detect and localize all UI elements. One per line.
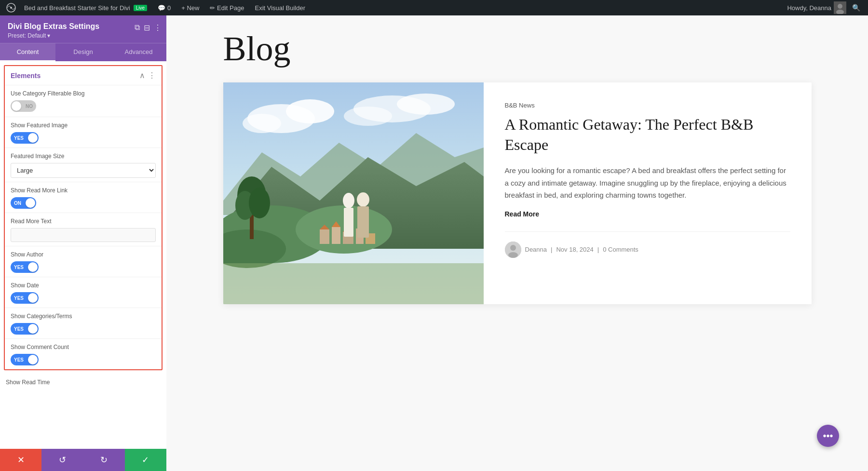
preset-chevron-icon: ▾ xyxy=(47,32,50,39)
show-featured-image-label: Show Featured Image xyxy=(11,122,156,129)
toggle-on-label: YES xyxy=(11,134,27,142)
post-category: B&B News xyxy=(505,102,790,109)
post-comments: 0 Comments xyxy=(603,246,638,253)
toggle-knob xyxy=(12,101,21,111)
sidebar-header: Divi Blog Extras Settings Preset: Defaul… xyxy=(0,15,166,43)
post-excerpt: Are you looking for a romantic escape? A… xyxy=(505,164,790,202)
show-comment-count-label: Show Comment Count xyxy=(11,344,156,350)
new-label: + New xyxy=(181,4,199,12)
admin-search-icon[interactable]: 🔍 xyxy=(849,4,863,12)
show-comment-count-setting: Show Comment Count YES xyxy=(5,338,162,369)
toggle-knob xyxy=(28,355,38,364)
meta-separator-2: | xyxy=(597,246,599,253)
svg-point-29 xyxy=(343,193,354,208)
toggle-on-label: YES xyxy=(11,294,27,302)
toggle-on-label: YES xyxy=(11,263,27,271)
featured-image-size-select[interactable]: Thumbnail Medium Large Full xyxy=(11,163,156,178)
svg-point-7 xyxy=(286,99,334,123)
reset-button[interactable]: ↺ xyxy=(41,449,83,471)
toggle-off-label: NO xyxy=(22,102,36,110)
show-read-more-link-setting: Show Read More Link ON xyxy=(5,182,162,213)
site-name-text: Bed and Breakfast Starter Site for Divi xyxy=(24,4,130,12)
post-author: Deanna xyxy=(525,246,547,253)
author-avatar xyxy=(505,242,521,258)
show-date-toggle[interactable]: YES xyxy=(11,292,39,304)
edit-page-label: ✏ Edit Page xyxy=(210,4,244,12)
exit-visual-builder-button[interactable]: Exit Visual Builder xyxy=(251,0,309,15)
edit-page-button[interactable]: ✏ Edit Page xyxy=(206,0,248,15)
floating-dots-button[interactable]: ••• xyxy=(817,425,839,447)
toggle-on-label: YES xyxy=(11,325,27,333)
svg-point-10 xyxy=(397,94,455,115)
window-icon[interactable]: ⧉ xyxy=(135,23,140,32)
elements-header: Elements ∧ ⋮ xyxy=(5,66,162,85)
meta-separator-1: | xyxy=(551,246,552,253)
show-author-toggle[interactable]: YES xyxy=(11,261,39,273)
show-categories-setting: Show Categories/Terms YES xyxy=(5,308,162,338)
read-more-text-input[interactable] xyxy=(11,228,156,242)
svg-rect-18 xyxy=(332,227,340,244)
toggle-knob xyxy=(28,262,38,272)
read-more-text-label: Read More Text xyxy=(11,218,156,225)
show-read-more-link-label: Show Read More Link xyxy=(11,187,156,194)
show-author-setting: Show Author YES xyxy=(5,246,162,277)
svg-point-11 xyxy=(344,107,392,126)
elements-section: Elements ∧ ⋮ Use Category Filterable Blo… xyxy=(4,65,163,370)
show-comment-count-toggle[interactable]: YES xyxy=(11,354,39,365)
svg-point-1 xyxy=(10,7,12,9)
exit-builder-label: Exit Visual Builder xyxy=(255,4,305,12)
svg-rect-33 xyxy=(223,263,484,304)
toggle-knob xyxy=(28,324,38,334)
show-categories-toggle[interactable]: YES xyxy=(11,323,39,335)
elements-options-icon[interactable]: ⋮ xyxy=(148,71,156,80)
cancel-button[interactable]: ✕ xyxy=(0,449,41,471)
category-filterable-toggle[interactable]: NO xyxy=(11,100,36,112)
new-button[interactable]: + New xyxy=(177,0,203,15)
dots-icon: ••• xyxy=(823,431,833,442)
svg-rect-30 xyxy=(344,208,353,237)
read-more-text-setting: Read More Text xyxy=(5,213,162,246)
settings-sidebar: Divi Blog Extras Settings Preset: Defaul… xyxy=(0,15,166,471)
blog-wrapper: Blog xyxy=(204,15,831,333)
blog-page-title: Blog xyxy=(223,30,812,68)
toggle-on-label: ON xyxy=(11,199,25,207)
more-options-icon[interactable]: ⋮ xyxy=(154,23,162,32)
split-icon[interactable]: ⊟ xyxy=(144,23,150,32)
toggle-knob xyxy=(28,133,38,143)
svg-rect-17 xyxy=(320,229,329,244)
redo-icon: ↻ xyxy=(100,455,108,465)
tab-design[interactable]: Design xyxy=(55,43,111,61)
admin-avatar xyxy=(834,1,846,14)
save-icon: ✓ xyxy=(142,455,149,465)
tab-content[interactable]: Content xyxy=(0,43,55,61)
save-button[interactable]: ✓ xyxy=(125,449,166,471)
site-name-link[interactable]: Bed and Breakfast Starter Site for Divi … xyxy=(20,0,151,15)
svg-rect-32 xyxy=(357,206,369,238)
svg-point-28 xyxy=(249,188,270,218)
show-read-more-link-toggle[interactable]: ON xyxy=(11,197,36,209)
elements-title: Elements xyxy=(11,72,41,80)
sidebar-tabs: Content Design Advanced xyxy=(0,43,166,61)
comments-count: 0 xyxy=(167,4,171,12)
howdy-greeting: Howdy, Deanna xyxy=(787,1,846,14)
featured-image-size-label: Featured Image Size xyxy=(11,153,156,160)
comments-link[interactable]: 💬 0 xyxy=(154,0,175,15)
sidebar-preset[interactable]: Preset: Default ▾ xyxy=(8,32,159,39)
comments-icon: 💬 xyxy=(158,4,165,12)
redo-button[interactable]: ↻ xyxy=(83,449,125,471)
show-read-time-label: Show Read Time xyxy=(6,379,161,386)
wp-logo-icon[interactable] xyxy=(5,1,17,14)
elements-collapse-icon[interactable]: ∧ xyxy=(139,71,145,80)
post-content: B&B News A Romantic Getaway: The Perfect… xyxy=(484,82,812,304)
svg-point-36 xyxy=(508,252,518,258)
content-area: Blog xyxy=(166,15,868,471)
read-more-link[interactable]: Read More xyxy=(505,210,790,218)
tab-advanced[interactable]: Advanced xyxy=(111,43,166,61)
show-author-label: Show Author xyxy=(11,251,156,258)
admin-bar: Bed and Breakfast Starter Site for Divi … xyxy=(0,0,868,15)
show-featured-image-setting: Show Featured Image YES xyxy=(5,117,162,148)
post-title: A Romantic Getaway: The Perfect B&B Esca… xyxy=(505,115,790,155)
show-featured-image-toggle[interactable]: YES xyxy=(11,132,39,144)
toggle-knob xyxy=(28,293,38,303)
sidebar-header-icons: ⧉ ⊟ ⋮ xyxy=(135,23,162,32)
